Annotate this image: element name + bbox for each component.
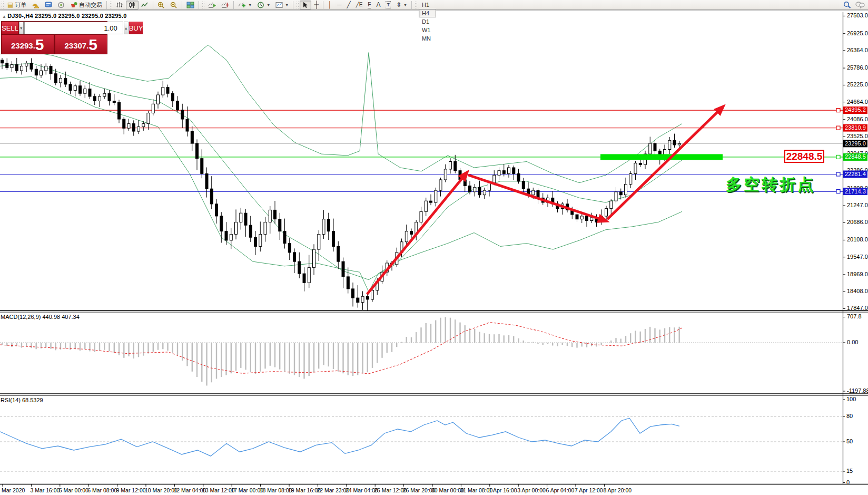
- hline-tool-button[interactable]: ─: [334, 1, 344, 9]
- autotrade-button[interactable]: 自动交易: [67, 1, 105, 9]
- channel-tool-button[interactable]: ╱E: [353, 1, 366, 9]
- price-tick-label: 21247.0: [847, 202, 868, 208]
- auto-scroll-button[interactable]: [205, 1, 219, 9]
- time-axis-label: 12 Mar 04:00: [173, 487, 206, 493]
- signals-button[interactable]: [55, 1, 67, 9]
- fibonacci-tool-button[interactable]: F: [365, 1, 373, 9]
- rsi-axis-label: 50: [846, 438, 853, 444]
- periods-caret: ▼: [267, 3, 270, 7]
- terminal-button[interactable]: [42, 1, 55, 9]
- search-icon[interactable]: [843, 1, 851, 8]
- buy-button[interactable]: BUY: [129, 22, 143, 34]
- zoom-in-button[interactable]: [155, 1, 167, 9]
- time-axis-label: 3 Mar 16:00: [30, 487, 60, 493]
- arrows-caret: ▼: [403, 3, 407, 7]
- candle-chart-button[interactable]: [126, 1, 139, 9]
- volume-decrease-button[interactable]: ▼: [19, 22, 24, 34]
- new-order-button[interactable]: ▤ 订单: [5, 1, 29, 9]
- arrows-tool-button[interactable]: ⇕▼: [393, 1, 410, 9]
- time-axis-label: 26 Mar 20:00: [403, 487, 436, 493]
- text-tool-button[interactable]: A: [373, 1, 383, 9]
- time-axis-label: 31 Mar 08:00: [460, 487, 492, 493]
- sell-price-pip: 5: [35, 37, 44, 53]
- sell-price-box[interactable]: 23293.5: [2, 35, 54, 54]
- tile-windows-button[interactable]: [184, 1, 197, 9]
- price-tag-label: 21714.3: [845, 188, 866, 195]
- rsi-axis-label: 15: [846, 468, 853, 474]
- zoom-out-button[interactable]: [167, 1, 180, 9]
- signals-icon: [57, 2, 65, 8]
- time-axis-label: 30 Mar 00:00: [431, 487, 464, 493]
- price-tag-label: 23810.9: [845, 124, 866, 131]
- time-axis-label: Mar 2020: [2, 487, 25, 493]
- highlight-zone-bar: [600, 154, 723, 160]
- time-axis-label: 10 Mar 20:00: [145, 487, 177, 493]
- macd-axis-label: 0.00: [847, 339, 858, 345]
- chat-icon[interactable]: [855, 1, 865, 8]
- candle-chart-icon: [129, 2, 136, 8]
- price-tick-label: 27503.0: [847, 12, 868, 18]
- price-line-anchor: [836, 126, 840, 130]
- bollinger-middle-band: [0, 63, 682, 280]
- timeframe-h4[interactable]: H4: [419, 9, 436, 17]
- price-tick-label: 18969.0: [847, 271, 868, 277]
- time-axis-label: 18 Mar 08:00: [260, 487, 292, 493]
- crosshair-icon: ┼: [314, 2, 319, 8]
- timeframe-w1[interactable]: W1: [419, 26, 436, 34]
- templates-caret: ▼: [285, 3, 289, 7]
- price-tag-label: 24395.2: [845, 106, 866, 113]
- macd-axis-label: -1197.88: [847, 387, 868, 394]
- rsi-line: [0, 418, 679, 456]
- volume-increase-button[interactable]: ▲: [124, 22, 129, 34]
- timeframe-h1[interactable]: H1: [419, 1, 436, 9]
- volume-input[interactable]: [24, 22, 123, 34]
- chart-canvas[interactable]: 27503.026925.026364.025786.025225.024664…: [0, 0, 868, 495]
- vline-tool-button[interactable]: │: [325, 1, 334, 9]
- time-axis-label: 7 Apr 12:00: [575, 487, 603, 493]
- add-indicator-button[interactable]: ▼: [235, 1, 254, 9]
- price-tick-label: 19547.0: [847, 254, 868, 260]
- macd-axis-label: 707.8: [847, 313, 862, 319]
- time-axis-label: 24 Mar 04:00: [346, 487, 378, 493]
- gold-bars-icon: [32, 2, 40, 8]
- turning-point-annotation: 多空转折点: [726, 174, 815, 196]
- vline-icon: │: [328, 2, 332, 8]
- gold-bars-button[interactable]: [29, 1, 42, 9]
- chart-shift-button[interactable]: [219, 1, 232, 9]
- order-label: 订单: [15, 1, 26, 9]
- timeframe-d1[interactable]: D1: [419, 17, 436, 26]
- time-axis-label: 6 Apr 04:00: [546, 487, 575, 493]
- timeframe-mn[interactable]: MN: [419, 34, 436, 43]
- cursor-tool-button[interactable]: [300, 1, 311, 9]
- trendline-tool-button[interactable]: ╱: [344, 1, 353, 9]
- line-chart-icon: [141, 2, 149, 8]
- sell-button[interactable]: SELL: [2, 22, 18, 34]
- zoom-in-icon: [157, 2, 165, 8]
- price-callout-box[interactable]: 22848.5: [784, 150, 824, 163]
- zoom-out-icon: [170, 2, 177, 8]
- price-tick-label: 17847.0: [847, 305, 868, 311]
- terminal-icon: [45, 2, 52, 8]
- crosshair-tool-button[interactable]: ┼: [311, 1, 321, 9]
- buy-price-main: 23307.: [64, 39, 88, 53]
- trend-arrow-2: [468, 175, 606, 221]
- cursor-icon: [302, 2, 309, 8]
- autotrade-label: 自动交易: [79, 1, 102, 9]
- price-tick-label: 18408.0: [847, 288, 868, 294]
- bar-chart-button[interactable]: [113, 1, 126, 9]
- time-axis-label: 5 Mar 00:00: [59, 487, 88, 493]
- toolbar-drag-handle[interactable]: [1, 1, 4, 8]
- line-chart-button[interactable]: [139, 1, 151, 9]
- text-label-icon: T: [386, 1, 391, 8]
- macd-indicator-label: MACD(12,26,9) 440.98 407.34: [1, 314, 80, 320]
- order-icon: ▤: [7, 2, 13, 8]
- text-icon: A: [376, 2, 380, 8]
- sell-price-main: 23293.: [11, 39, 35, 53]
- templates-button[interactable]: ▼: [273, 1, 291, 9]
- time-axis-label: 6 Mar 08:00: [87, 487, 117, 493]
- periods-button[interactable]: ▼: [254, 1, 273, 9]
- price-line-anchor: [836, 109, 840, 112]
- price-tag-label: 22848.5: [845, 153, 866, 160]
- buy-price-box[interactable]: 23307.5: [55, 35, 107, 54]
- text-label-tool-button[interactable]: T: [383, 1, 393, 9]
